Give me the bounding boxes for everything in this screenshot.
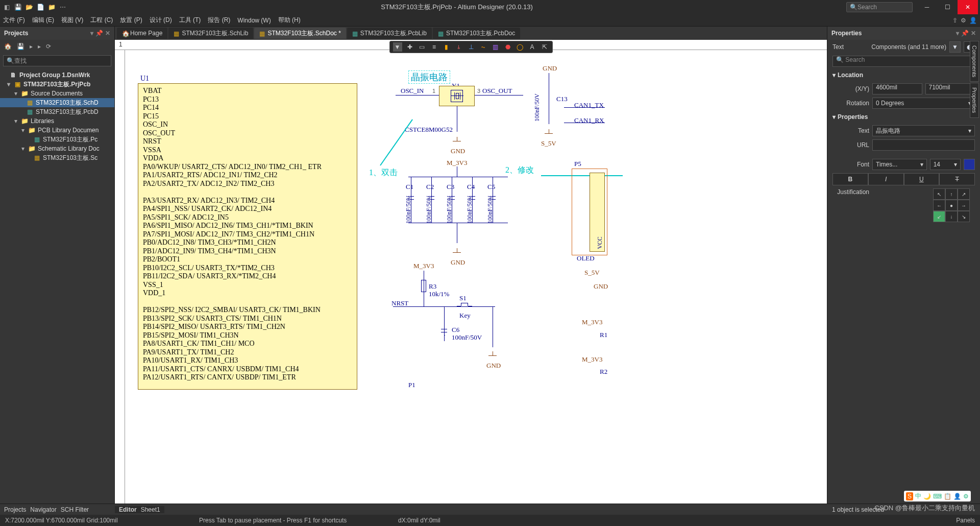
menu-help[interactable]: 帮助 (H)	[278, 16, 301, 25]
italic-button[interactable]: I	[868, 173, 904, 185]
tree-item-pcbdoc[interactable]: ▦STM32F103主板.PcbD	[0, 107, 114, 116]
maximize-button[interactable]: ☐	[937, 0, 958, 14]
color-swatch[interactable]	[964, 159, 975, 170]
probe-icon[interactable]: ⇱	[540, 42, 549, 52]
side-tab-components[interactable]: Components	[970, 41, 979, 82]
tab-pcbdoc[interactable]: ▦STM32F103主板.PcbDoc	[433, 28, 520, 39]
more-icon[interactable]: ⋯	[58, 3, 67, 12]
tab-pcblib[interactable]: ▦STM32F103主板.PcbLib	[347, 28, 432, 39]
props-section[interactable]: ▾ Properties	[827, 110, 980, 124]
menu-file[interactable]: 文件 (F)	[3, 16, 25, 25]
justification-grid[interactable]: ↖↑↗ ←●→ ↙↓↘	[933, 188, 970, 222]
align-icon[interactable]: ≡	[430, 42, 439, 52]
m3v3-2: M_3V3	[413, 262, 434, 270]
btab-navigator[interactable]: Navigator	[30, 506, 56, 513]
tree-folder-schlib[interactable]: ▾📁Schematic Library Doc	[0, 144, 114, 153]
properties-search[interactable]: 🔍 Search	[832, 56, 975, 67]
menu-report[interactable]: 报告 (R)	[208, 16, 230, 25]
btab-projects[interactable]: Projects	[4, 506, 26, 513]
floating-toolbar: ▼ ✚ ▭ ≡ ▮ ⫰ ⊥ ⏦ ▥ ⬣ ◯ A ⇱	[389, 41, 553, 53]
circle-icon[interactable]: ◯	[516, 42, 525, 52]
open-icon[interactable]: 📂	[24, 3, 34, 12]
font-family[interactable]: Times...▾	[872, 159, 927, 170]
ind-icon[interactable]: ⏦	[479, 42, 488, 52]
home-icon[interactable]: 🏠	[4, 43, 12, 50]
dropdown-icon[interactable]: ▾	[90, 30, 93, 37]
schematic-canvas[interactable]: U1 VBAT PC13 PC14 PC15 OSC_IN OSC_OUT NR…	[125, 50, 827, 504]
rect-icon[interactable]: ▭	[418, 42, 427, 52]
projects-search[interactable]: 🔍 查找	[3, 55, 111, 66]
tree-item-schdoc[interactable]: ▦STM32F103主板.SchD	[0, 98, 114, 107]
refresh-icon[interactable]: ⟳	[46, 43, 51, 50]
filter-icon[interactable]: ▼	[949, 41, 961, 53]
schematic-editor[interactable]: 1 2 ▼ ✚ ▭ ≡ ▮ ⫰ ⊥ ⏦ ▥ ⬣ ◯ A ⇱ U1	[115, 40, 827, 504]
menu-design[interactable]: 设计 (D)	[150, 16, 172, 25]
btab-editor[interactable]: Editor	[119, 506, 137, 513]
cap-icon[interactable]: ⊥	[467, 42, 476, 52]
tag-icon[interactable]: ⬣	[503, 42, 512, 52]
filter-icon[interactable]: ▼	[393, 42, 402, 52]
new-icon[interactable]: 📄	[36, 3, 45, 12]
tree-item-schlib[interactable]: ▦STM32F103主板.Sc	[0, 153, 114, 162]
menu-edit[interactable]: 编辑 (E)	[32, 16, 54, 25]
tree-workspace[interactable]: 🗎Project Group 1.DsnWrk	[0, 70, 114, 80]
resistor-icon[interactable]: ⫰	[454, 42, 463, 52]
menu-tools[interactable]: 工具 (T)	[179, 16, 201, 25]
tree-folder-src[interactable]: ▾📁Source Documents	[0, 89, 114, 98]
menu-window[interactable]: Window (W)	[237, 17, 271, 24]
annotation-1: 1、双击	[369, 168, 398, 178]
compile-icon[interactable]: ▸	[30, 43, 33, 50]
tree-folder-pcblib[interactable]: ▾📁PCB Library Documen	[0, 126, 114, 135]
xy-label: (X/Y)	[832, 85, 869, 92]
minimize-button[interactable]: ─	[917, 0, 937, 14]
save-icon[interactable]: 💾	[13, 3, 22, 12]
text-input[interactable]: 晶振电路▾	[872, 125, 975, 136]
location-section[interactable]: ▾ Location	[827, 68, 980, 82]
strike-button[interactable]: T	[939, 173, 975, 185]
panels-button[interactable]: Panels	[956, 517, 975, 524]
gnd-symbol	[487, 351, 498, 360]
global-search[interactable]: 🔍 Search	[846, 2, 913, 12]
btab-sheet1[interactable]: Sheet1	[141, 506, 160, 513]
y-input[interactable]: 7100mil	[925, 83, 975, 94]
tree-item-pcblib[interactable]: ▦STM32F103主板.Pc	[0, 135, 114, 144]
url-input[interactable]	[872, 139, 975, 151]
rotation-select[interactable]: 0 Degrees▾	[872, 98, 975, 109]
btab-schfilter[interactable]: SCH Filter	[61, 506, 89, 513]
underline-button[interactable]: U	[904, 173, 940, 185]
tab-schdoc[interactable]: ▦STM32F103主板.SchDoc *	[254, 28, 346, 39]
folder-tree-icon[interactable]: ▸	[38, 43, 41, 50]
side-tab-properties[interactable]: Properties	[970, 83, 979, 117]
c2-val: 100nF/50V	[425, 196, 433, 224]
close-icon[interactable]: ✕	[971, 30, 976, 37]
tab-home[interactable]: 🏠Home Page	[117, 28, 167, 39]
folder-icon[interactable]: 📁	[47, 3, 56, 12]
cross-icon[interactable]: ✚	[405, 42, 414, 52]
bold-button[interactable]: B	[832, 173, 868, 185]
net-osc-in: OSC_IN	[401, 87, 424, 95]
x-input[interactable]: 4600mil	[872, 83, 922, 94]
tab-schlib[interactable]: ▦STM32F103主板.SchLib	[168, 28, 253, 39]
pin-icon[interactable]: 📌	[961, 30, 969, 37]
menu-place[interactable]: 放置 (P)	[120, 16, 142, 25]
font-size[interactable]: 14▾	[930, 159, 961, 170]
project-tree[interactable]: 🗎Project Group 1.DsnWrk ▾▣STM32F103主板.Pr…	[0, 68, 114, 504]
text-icon[interactable]: A	[528, 42, 537, 52]
close-panel-icon[interactable]: ✕	[105, 30, 110, 37]
close-button[interactable]: ✕	[958, 0, 978, 14]
crystal-title[interactable]: 晶振电路	[408, 70, 450, 84]
user-icon[interactable]: 👤	[969, 17, 977, 24]
tree-folder-lib[interactable]: ▾📁Libraries	[0, 116, 114, 126]
dropdown-icon[interactable]: ▾	[956, 30, 959, 37]
can1tx: CAN1_TX	[574, 101, 604, 109]
menu-view[interactable]: 视图 (V)	[61, 16, 83, 25]
s5v-label: S_5V	[541, 139, 556, 148]
save-all-icon[interactable]: 💾	[17, 43, 24, 50]
bar1-icon[interactable]: ▮	[442, 42, 451, 52]
tree-project[interactable]: ▾▣STM32F103主板.PrjPcb	[0, 80, 114, 89]
pin-icon[interactable]: 📌	[95, 30, 103, 37]
menu-project[interactable]: 工程 (C)	[90, 16, 113, 25]
gear-icon[interactable]: ⚙	[961, 17, 966, 24]
share-icon[interactable]: ⇪	[952, 17, 958, 24]
comp-icon[interactable]: ▥	[491, 42, 500, 52]
